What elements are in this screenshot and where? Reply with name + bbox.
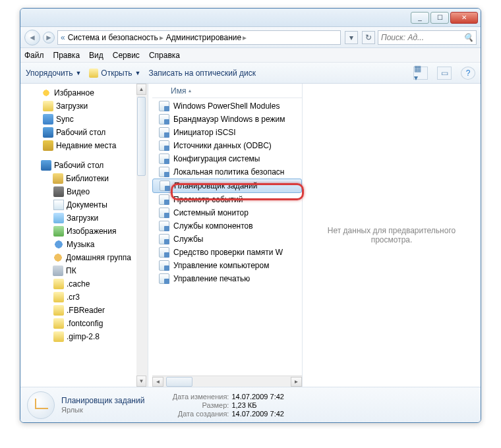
file-item[interactable]: Локальная политика безопасн [152, 165, 302, 179]
shortcut-icon [159, 221, 169, 231]
tree-folder-gimp[interactable]: .gimp-2.8 [20, 330, 148, 343]
file-item[interactable]: Конфигурация системы [152, 152, 302, 165]
tree-favorites[interactable]: Избранное [20, 86, 148, 99]
scroll-down-icon[interactable]: ▼ [136, 376, 146, 387]
minimize-button[interactable]: _ [411, 12, 429, 24]
splitter[interactable] [148, 84, 152, 387]
tree-documents[interactable]: Документы [20, 198, 148, 211]
tree-pc[interactable]: ПК [20, 264, 148, 277]
file-item[interactable]: Службы компонентов [152, 219, 302, 233]
file-item[interactable]: Управление компьютером [152, 259, 302, 272]
details-size-label: Размер: [156, 401, 229, 409]
shortcut-icon [159, 140, 169, 151]
tree-recent[interactable]: Недавние места [20, 139, 148, 152]
file-list[interactable]: Windows PowerShell ModulesБрандмауэр Win… [152, 98, 302, 376]
search-input[interactable] [381, 33, 461, 42]
horizontal-scrollbar[interactable]: ◄ ► [152, 376, 302, 387]
file-item[interactable]: Управление печатью [152, 272, 302, 285]
collapse-icon[interactable] [31, 162, 38, 169]
scroll-thumb[interactable] [137, 97, 146, 176]
breadcrumb-segment[interactable]: Система и безопасность [68, 33, 158, 42]
help-button[interactable]: ? [461, 67, 475, 80]
tree-homegroup[interactable]: Домашняя группа [20, 251, 148, 264]
tree-folder-fbreader[interactable]: .FBReader [20, 304, 148, 317]
scroll-up-icon[interactable]: ▲ [136, 84, 146, 95]
file-item-label: Службы [173, 235, 203, 244]
folder-icon [53, 318, 64, 329]
file-item[interactable]: Брандмауэр Windows в режим [152, 113, 302, 126]
chevron-down-icon: ▼ [75, 70, 81, 76]
star-icon [41, 88, 51, 98]
sidebar-scrollbar[interactable]: ▲ ▼ [136, 84, 148, 387]
tree-desktop-root[interactable]: Рабочий стол [20, 159, 148, 172]
address-bar[interactable]: « Система и безопасность▸ Администрирова… [57, 30, 341, 45]
address-dropdown-button[interactable]: ▾ [345, 31, 358, 44]
tree-video[interactable]: Видео [20, 185, 148, 198]
file-item-label: Управление компьютером [173, 261, 269, 270]
file-item[interactable]: Источники данных (ODBC) [152, 139, 302, 152]
close-button[interactable]: ✕ [450, 12, 478, 24]
desktop-icon [43, 127, 53, 138]
view-mode-button[interactable]: ▦ ▾ [413, 67, 428, 80]
burn-button[interactable]: Записать на оптический диск [148, 69, 256, 78]
command-bar: Упорядочить ▼ Открыть ▼ Записать на опти… [20, 63, 481, 84]
preview-pane-button[interactable]: ▭ [437, 67, 452, 80]
menu-edit[interactable]: Правка [53, 51, 80, 60]
file-item-label: Средство проверки памяти W [173, 248, 283, 257]
tree-sync[interactable]: Sync [20, 113, 148, 126]
tree-folder-cache[interactable]: .cache [20, 277, 148, 291]
scroll-right-icon[interactable]: ► [291, 377, 302, 387]
tree-lib-downloads[interactable]: Загрузки [20, 211, 148, 225]
open-icon [89, 69, 98, 78]
menu-help[interactable]: Справка [149, 51, 180, 60]
scroll-left-icon[interactable]: ◄ [152, 377, 163, 387]
file-item-label: Локальная политика безопасн [173, 167, 284, 177]
breadcrumb-segment[interactable]: Администрирование [166, 33, 241, 42]
file-item[interactable]: Инициатор iSCSI [152, 126, 302, 139]
maximize-button[interactable]: ☐ [430, 12, 449, 24]
computer-icon [53, 266, 63, 276]
folder-icon [53, 292, 64, 302]
scroll-thumb[interactable] [166, 377, 192, 387]
back-button[interactable]: ◄ [24, 30, 40, 45]
file-item[interactable]: Просмотр событий [152, 193, 302, 206]
refresh-button[interactable]: ↻ [362, 31, 375, 44]
collapse-icon[interactable] [31, 90, 38, 97]
file-item[interactable]: Планировщик заданий [152, 179, 302, 193]
forward-button[interactable]: ► [43, 32, 55, 43]
shortcut-icon [159, 273, 169, 284]
file-item-label: Планировщик заданий [174, 181, 257, 190]
tree-music[interactable]: Музыка [20, 238, 148, 251]
collapse-icon[interactable] [43, 175, 50, 182]
tree-images[interactable]: Изображения [20, 225, 148, 238]
file-item-label: Управление печатью [173, 274, 250, 283]
shortcut-icon [159, 101, 169, 111]
file-item-label: Инициатор iSCSI [173, 128, 236, 137]
tree-folder-fontconfig[interactable]: .fontconfig [20, 317, 148, 330]
navigation-pane[interactable]: Избранное Загрузки Sync Рабочий стол Нед… [20, 84, 148, 387]
shortcut-icon [159, 234, 169, 244]
menu-view[interactable]: Вид [89, 51, 103, 60]
tree-desktop-fav[interactable]: Рабочий стол [20, 126, 148, 139]
file-item[interactable]: Службы [152, 233, 302, 246]
preview-pane: Нет данных для предварительного просмотр… [303, 84, 481, 387]
shortcut-icon [159, 260, 169, 271]
file-item[interactable]: Средство проверки памяти W [152, 246, 302, 259]
organize-button[interactable]: Упорядочить ▼ [26, 69, 81, 78]
menu-tools[interactable]: Сервис [113, 51, 140, 60]
main-content: Имя ▴ Windows PowerShell ModulesБрандмау… [152, 84, 481, 387]
expand-icon[interactable] [43, 254, 50, 262]
file-item-label: Брандмауэр Windows в режим [173, 115, 285, 124]
column-header-name[interactable]: Имя ▴ [152, 84, 302, 98]
file-item[interactable]: Windows PowerShell Modules [152, 99, 302, 113]
tree-folder-cr3[interactable]: .cr3 [20, 291, 148, 304]
open-button[interactable]: Открыть ▼ [89, 69, 140, 78]
file-item[interactable]: Системный монитор [152, 206, 302, 219]
menu-file[interactable]: Файл [24, 51, 44, 60]
collapse-icon[interactable] [43, 267, 50, 275]
tree-libraries[interactable]: Библиотеки [20, 172, 148, 185]
tree-downloads[interactable]: Загрузки [20, 99, 148, 113]
details-pane: Планировщик заданий Ярлык Дата изменения… [20, 387, 481, 422]
shortcut-icon [159, 247, 169, 258]
search-box[interactable]: 🔍 [378, 30, 477, 45]
